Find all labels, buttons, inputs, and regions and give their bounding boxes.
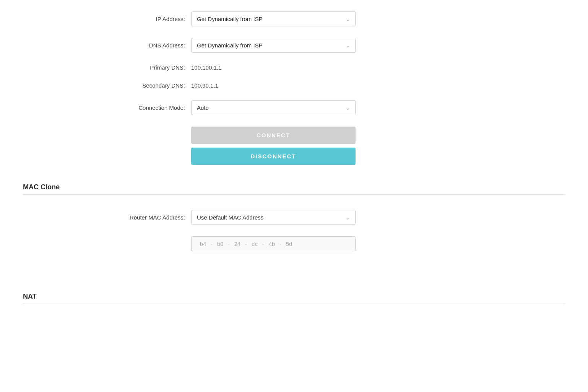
- dns-address-label: DNS Address:: [23, 42, 191, 49]
- ip-address-select[interactable]: Get Dynamically from ISP Use Static IP: [191, 11, 356, 26]
- connect-button[interactable]: CONNECT: [191, 127, 356, 144]
- mac-clone-title: MAC Clone: [23, 183, 565, 191]
- secondary-dns-value: 100.90.1.1: [191, 82, 218, 89]
- mac-clone-section-header: MAC Clone: [23, 176, 565, 194]
- router-mac-label: Router MAC Address:: [23, 214, 191, 221]
- mac-clone-section: Router MAC Address: Use Default MAC Addr…: [23, 206, 565, 270]
- buttons-wrapper: CONNECT DISCONNECT: [191, 127, 356, 165]
- mac-address-fields: b4 - b0 - 24 - dc - 4b - 5d: [191, 236, 356, 251]
- mac-fields-row: b4 - b0 - 24 - dc - 4b - 5d: [23, 236, 565, 251]
- mac-sep-3: -: [244, 241, 249, 247]
- buttons-row: CONNECT DISCONNECT: [23, 127, 565, 165]
- disconnect-button[interactable]: DISCONNECT: [191, 148, 356, 165]
- mac-sep-5: -: [278, 241, 283, 247]
- buttons-offset: CONNECT DISCONNECT: [191, 127, 356, 165]
- mac-octet-6: 5d: [283, 241, 295, 247]
- page-wrapper: IP Address: Get Dynamically from ISP Use…: [0, 0, 588, 392]
- mac-octet-4: dc: [249, 241, 261, 247]
- mac-octet-2: b0: [214, 241, 226, 247]
- dns-address-select[interactable]: Get Dynamically from ISP Use Static DNS: [191, 38, 356, 53]
- connection-mode-label: Connection Mode:: [23, 104, 191, 111]
- mac-clone-divider: [23, 194, 565, 195]
- dns-address-select-wrapper: Get Dynamically from ISP Use Static DNS …: [191, 38, 356, 53]
- mac-octet-3: 24: [231, 241, 244, 247]
- ip-address-select-wrapper: Get Dynamically from ISP Use Static IP ⌄: [191, 11, 356, 26]
- connection-mode-row: Connection Mode: Auto Manual ⌄: [23, 100, 565, 115]
- dns-address-row: DNS Address: Get Dynamically from ISP Us…: [23, 38, 565, 53]
- connection-mode-select[interactable]: Auto Manual: [191, 100, 356, 115]
- router-mac-select[interactable]: Use Default MAC Address Clone MAC Addres…: [191, 210, 356, 225]
- primary-dns-label: Primary DNS:: [23, 64, 191, 71]
- mac-octet-1: b4: [197, 241, 209, 247]
- secondary-dns-label: Secondary DNS:: [23, 82, 191, 89]
- form-section: IP Address: Get Dynamically from ISP Use…: [23, 8, 565, 176]
- mac-sep-2: -: [226, 241, 231, 247]
- ip-address-row: IP Address: Get Dynamically from ISP Use…: [23, 11, 565, 26]
- nat-title: NAT: [23, 293, 565, 301]
- nat-section-wrapper: NAT: [23, 286, 565, 304]
- primary-dns-row: Primary DNS: 100.100.1.1: [23, 64, 565, 71]
- mac-sep-4: -: [261, 241, 266, 247]
- mac-octet-5: 4b: [266, 241, 278, 247]
- router-mac-select-wrapper: Use Default MAC Address Clone MAC Addres…: [191, 210, 356, 225]
- nat-divider: [23, 304, 565, 304]
- nat-section-header: NAT: [23, 286, 565, 304]
- mac-sep-1: -: [209, 241, 214, 247]
- connection-mode-select-wrapper: Auto Manual ⌄: [191, 100, 356, 115]
- router-mac-row: Router MAC Address: Use Default MAC Addr…: [23, 210, 565, 225]
- ip-address-label: IP Address:: [23, 16, 191, 22]
- secondary-dns-row: Secondary DNS: 100.90.1.1: [23, 82, 565, 89]
- primary-dns-value: 100.100.1.1: [191, 64, 221, 71]
